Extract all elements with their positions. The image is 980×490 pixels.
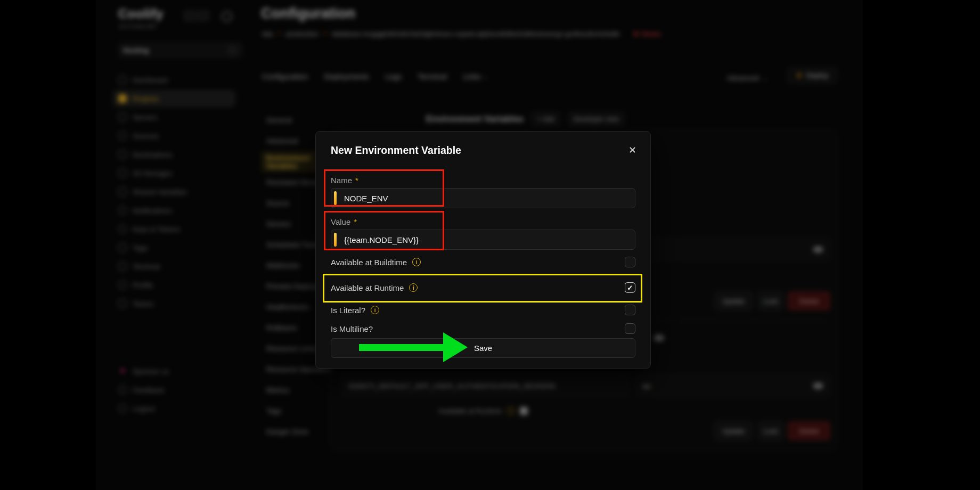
literal-label: Is Literal? bbox=[331, 306, 365, 315]
buildtime-label: Available at Buildtime bbox=[331, 258, 407, 267]
option-row-multiline: Is Multiline? bbox=[331, 323, 635, 334]
info-icon: i bbox=[412, 258, 421, 266]
modal-title: New Environment Variable bbox=[331, 144, 635, 157]
option-row-literal: Is Literal? i bbox=[331, 305, 635, 315]
annotation-green-arrow-head bbox=[443, 332, 468, 362]
screenshot-stage: Coolify v4.0.0-beta.360 Hosting / Dashbo… bbox=[0, 0, 980, 490]
annotation-yellow-box-runtime bbox=[323, 274, 642, 303]
literal-checkbox[interactable] bbox=[625, 305, 635, 315]
buildtime-checkbox[interactable] bbox=[625, 257, 635, 267]
option-row-buildtime: Available at Buildtime i bbox=[331, 257, 635, 267]
annotation-green-arrow-shaft bbox=[359, 344, 444, 351]
close-icon[interactable]: ✕ bbox=[628, 145, 636, 155]
annotation-red-box-value bbox=[324, 211, 444, 250]
annotation-red-box-name bbox=[324, 169, 444, 207]
info-icon: i bbox=[371, 306, 379, 314]
multiline-label: Is Multiline? bbox=[331, 324, 373, 333]
multiline-checkbox[interactable] bbox=[625, 323, 635, 334]
